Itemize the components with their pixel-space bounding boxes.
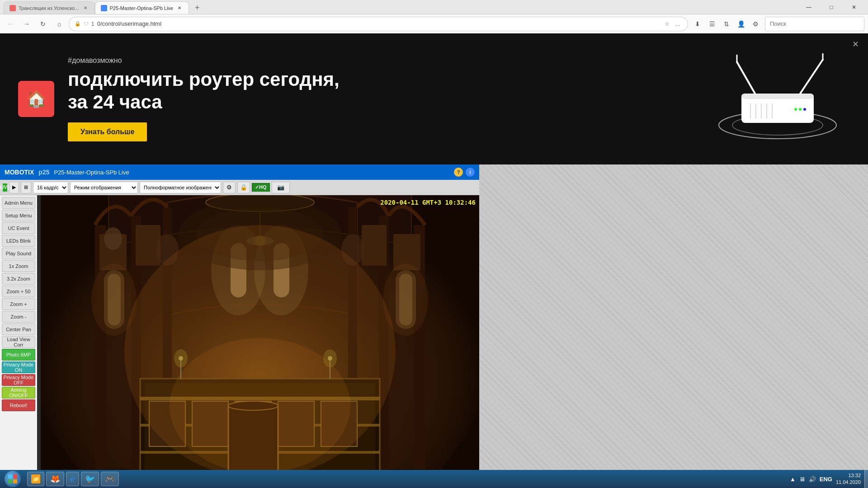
ie-icon: ℯ [70, 474, 75, 484]
camera-toolbar: LIVE ▶ ⊞ 16 кадр/с Режим отображения Пол… [0, 180, 479, 195]
svg-rect-75 [8, 474, 12, 479]
windows-orb [5, 471, 21, 487]
window-controls: — □ ✕ [798, 0, 864, 14]
zoom-32x-button[interactable]: 3.2x Zoom [2, 273, 35, 285]
camera-header: MOBOTIX p25 P25-Master-Optina-SPb Live ?… [0, 164, 479, 180]
camera-timestamp: 2020-04-11 GMT+3 10:32:46 [380, 199, 476, 206]
taskbar-item-app[interactable]: 🐦 [81, 472, 99, 486]
tab-close-1[interactable]: ✕ [82, 5, 89, 12]
svg-point-74 [170, 338, 350, 474]
time-display: 13:32 [848, 473, 861, 478]
close-button[interactable]: ✕ [844, 0, 864, 14]
lock-icon-btn[interactable]: 🔒 [237, 182, 250, 193]
fps-select[interactable]: 16 кадр/с [33, 182, 68, 193]
privacy-mode-on-button[interactable]: Privacy Mode ON [2, 361, 35, 373]
taskbar-item-app2[interactable]: 🎮 [101, 472, 119, 486]
zoom-plus-button[interactable]: Zoom + [2, 298, 35, 310]
app2-icon: 🎮 [105, 474, 115, 484]
play-button[interactable]: ▶ [9, 182, 19, 193]
admin-menu-button[interactable]: Admin Menu [2, 197, 35, 209]
svg-line-14 [800, 60, 823, 94]
hq-badge[interactable]: ✓HQ [252, 183, 270, 192]
tab-inactive-1[interactable]: Трансляция из Успенско... ✕ [4, 1, 95, 14]
ad-hashtag: #домавозможно [68, 56, 340, 65]
main-content: ✕ 🏠 #домавозможно подключить роутер сего… [0, 33, 868, 488]
live-indicator: LIVE [3, 183, 7, 192]
download-icon[interactable]: ⬇ [691, 17, 704, 31]
help-icon[interactable]: ? [454, 168, 463, 177]
shield-icon: 🛡 [84, 21, 89, 27]
snapshot-icon-btn[interactable]: 📷 [272, 182, 290, 193]
ad-router-image [705, 53, 850, 145]
camera-sidebar: Admin Menu Setup Menu UC Event LEDs Blin… [0, 195, 37, 488]
load-view-corr-button[interactable]: Load View Corr [2, 336, 35, 348]
bookmark-icon[interactable]: ☆ [662, 19, 671, 28]
uc-event-button[interactable]: UC Event [2, 222, 35, 234]
refresh-button[interactable]: ↻ [36, 17, 50, 31]
zoom-minus-button[interactable]: Zoom - [2, 311, 35, 323]
files-icon: 📁 [31, 474, 40, 483]
leds-blink-button[interactable]: LEDs Blink [2, 235, 35, 247]
language-indicator[interactable]: ENG [820, 476, 832, 483]
search-input[interactable] [765, 17, 864, 31]
show-desktop-button[interactable] [864, 470, 868, 488]
svg-point-10 [799, 108, 802, 111]
new-tab-button[interactable]: + [191, 1, 203, 14]
svg-point-9 [794, 108, 797, 111]
forward-button[interactable]: → [20, 17, 33, 31]
settings-icon-btn[interactable]: ⚙ [223, 182, 236, 193]
system-clock[interactable]: 13:32 11.04.2020 [836, 472, 861, 486]
alert-badge: 1 [91, 21, 94, 27]
network-icon[interactable]: 🖥 [799, 476, 805, 483]
reboot-button[interactable]: Reboot! [2, 399, 35, 411]
tab-close-2[interactable]: ✕ [176, 5, 183, 12]
svg-point-11 [803, 108, 806, 111]
minimize-button[interactable]: — [798, 0, 819, 14]
pattern-bg [479, 164, 868, 488]
zoom-1x-button[interactable]: 1x Zoom [2, 260, 35, 272]
live-icon: LIVE [3, 183, 7, 192]
url-bar[interactable]: 🔒 🛡 1 0/control/userimage.html ☆ … [69, 17, 688, 31]
tab-label-1: Трансляция из Успенско... [19, 5, 79, 11]
tab-label-2: P25-Master-Optina-SPb Live [110, 5, 174, 11]
system-tray: ▲ 🖥 🔊 ENG 13:32 11.04.2020 [786, 470, 864, 488]
start-button[interactable] [0, 470, 25, 488]
maximize-button[interactable]: □ [821, 0, 842, 14]
camera-model: p25 [38, 169, 49, 176]
profile-icon[interactable]: 👤 [734, 17, 748, 31]
format-select[interactable]: Полноформатное изображение [140, 182, 221, 193]
svg-rect-3 [741, 94, 814, 99]
home-button[interactable]: ⌂ [52, 17, 66, 31]
mode-select[interactable]: Режим отображения [70, 182, 138, 193]
photo-6mp-button[interactable]: Photo 6MP [2, 349, 35, 361]
back-button[interactable]: ← [4, 17, 17, 31]
lock-icon: 🔒 [75, 21, 81, 27]
sync-icon[interactable]: ⇅ [720, 17, 733, 31]
taskbar-item-firefox[interactable]: 🦊 [46, 472, 64, 486]
tab-bar: Трансляция из Успенско... ✕ P25-Master-O… [4, 0, 798, 14]
play-sound-button[interactable]: Play Sound [2, 248, 35, 259]
tab-active-2[interactable]: P25-Master-Optina-SPb Live ✕ [95, 1, 189, 14]
camera-brand: MOBOTIX [5, 169, 34, 176]
ad-close-button[interactable]: ✕ [850, 39, 861, 50]
svg-rect-76 [13, 474, 17, 479]
camera-title: P25-Master-Optina-SPb Live [54, 169, 449, 176]
setup-menu-button[interactable]: Setup Menu [2, 210, 35, 221]
extensions-icon[interactable]: ⚙ [749, 17, 762, 31]
tab-favicon-2 [101, 5, 107, 11]
ad-headline: подключить роутер сегодня, за 24 часа [68, 68, 340, 114]
more-icon[interactable]: … [673, 19, 682, 28]
zoom-50-button[interactable]: Zoom + 50 [2, 286, 35, 297]
ad-learn-more-button[interactable]: Узнать больше [68, 122, 147, 141]
taskbar-item-ie[interactable]: ℯ [66, 472, 79, 486]
center-pan-button[interactable]: Center Pan [2, 324, 35, 335]
library-icon[interactable]: ☰ [705, 17, 719, 31]
ad-text: #домавозможно подключить роутер сегодня,… [68, 56, 340, 142]
taskbar-item-files[interactable]: 📁 [27, 472, 44, 486]
volume-icon[interactable]: 🔊 [809, 476, 816, 483]
tray-arrow-icon[interactable]: ▲ [790, 476, 796, 483]
grid-button[interactable]: ⊞ [21, 182, 31, 193]
info-icon[interactable]: i [466, 168, 475, 177]
arming-onoff-button[interactable]: Arming ON/OFF [2, 387, 35, 399]
privacy-mode-off-button[interactable]: Privacy Mode OFF [2, 374, 35, 386]
